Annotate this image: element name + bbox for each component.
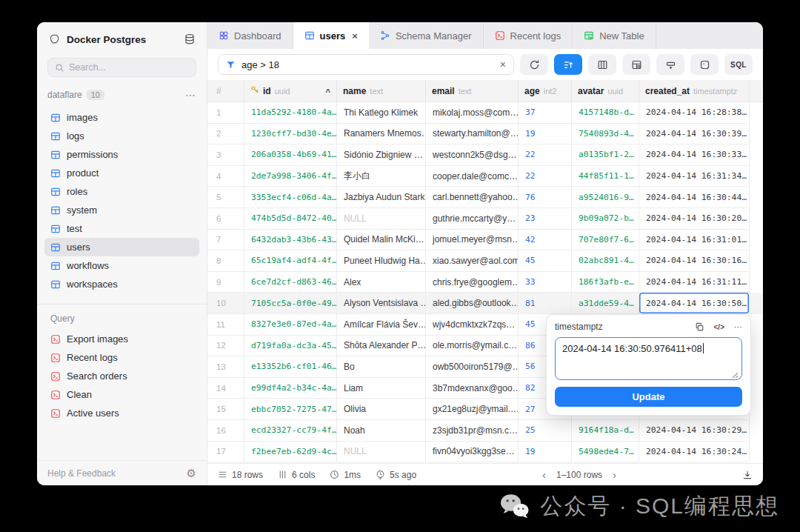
id-cell[interactable]: 7105cc5a-0f0e-49… [244,293,337,314]
row-number-cell[interactable]: 17 [207,442,244,463]
header-avatar[interactable]: avatar uuid [572,80,639,102]
sidebar-query-item[interactable]: Recent logs [44,348,199,367]
schema-row[interactable]: dataflare 10 ⋯ [37,80,207,105]
created-at-cell[interactable]: 2024-04-14 16:31:11… [639,272,750,293]
table-row[interactable]: 9 6ce7d2cf-d863-46… Alex chris.frye@goog… [207,272,763,293]
row-number-cell[interactable]: 12 [207,336,244,357]
email-cell[interactable]: ole.morris@ymail.c… [426,336,519,357]
table-row[interactable]: 4 2de7a998-3406-4f… 李小白 cooper.dale@comc… [207,166,763,187]
age-cell[interactable]: 25 [519,420,572,442]
search-input[interactable]: Search... [47,58,196,77]
email-cell[interactable]: xiao.sawyer@aol.com [426,250,519,272]
created-at-cell[interactable]: 2024-04-14 16:30:39… [639,124,750,145]
row-number-cell[interactable]: 16 [207,420,244,442]
avatar-cell[interactable]: 7540893d-4… [572,124,639,145]
created-at-cell[interactable]: 2024-04-14 16:31:34… [639,166,750,187]
avatar-cell[interactable]: 9164f18a-d… [572,420,639,442]
created-at-cell[interactable]: 2024-04-14 16:30:24… [639,442,750,463]
database-icon[interactable] [183,33,196,46]
email-cell[interactable]: chris.frye@googlem… [426,272,519,293]
created-at-cell[interactable]: 2024-04-14 16:30:16… [639,250,750,272]
export-download-icon[interactable] [742,470,753,480]
sidebar-query-item[interactable]: Active users [44,404,199,422]
avatar-cell[interactable]: a0135bf1-2… [572,144,639,166]
table-row[interactable]: 10 7105cc5a-0f0e-49… Alyson Ventsislava … [207,293,763,314]
settings-gear-icon[interactable]: ⚙ [187,467,196,480]
sidebar-table-item[interactable]: workspaces [44,275,199,293]
age-cell[interactable]: 76 [519,187,572,208]
name-cell[interactable]: Thi Katlego Klimek [337,102,426,124]
code-view-icon[interactable]: </> [714,323,724,331]
sidebar-table-item[interactable]: product [44,164,199,182]
sidebar-table-item[interactable]: roles [44,182,199,201]
age-cell[interactable]: 33 [519,272,572,293]
sidebar-table-item[interactable]: test [44,219,199,238]
age-cell[interactable]: 37 [519,102,572,124]
sidebar-query-item[interactable]: Export images [44,330,199,348]
table-row[interactable]: 2 1230cff7-bd30-4e… Ranamers Mnemos… ste… [207,124,763,145]
refresh-button[interactable] [520,54,548,75]
id-cell[interactable]: e99df4a2-b34c-4a… [244,378,337,399]
row-number-cell[interactable]: 10 [207,293,244,314]
add-row-button[interactable] [656,54,684,75]
row-number-cell[interactable]: 5 [207,187,244,208]
name-cell[interactable]: Jazbiya Audun Stark [337,187,426,208]
avatar-cell[interactable]: 4157148b-d… [572,102,639,124]
sidebar-table-item[interactable]: workflows [44,256,199,275]
email-cell[interactable]: wjv4dcmktxzk7zqs… [426,314,519,336]
name-cell[interactable]: Alyson Ventsislava … [337,293,426,314]
name-cell[interactable]: Amílcar Flávia Šev… [337,314,426,336]
resize-grip-icon[interactable] [732,370,739,376]
sidebar-query-item[interactable]: Search orders [44,367,199,385]
row-number-cell[interactable]: 11 [207,314,244,336]
row-number-cell[interactable]: 14 [207,378,244,399]
help-feedback-link[interactable]: Help & Feedback [47,468,116,479]
tab-users[interactable]: users × [293,22,369,49]
sort-button[interactable] [554,54,582,75]
email-cell[interactable]: gx21eg8uzj@ymail.… [426,399,519,420]
name-cell[interactable]: Ranamers Mnemos… [337,124,426,145]
age-cell[interactable]: 22 [519,166,572,187]
avatar-cell[interactable]: 44f85f11-1… [572,166,639,187]
sidebar-table-item[interactable]: users [44,238,199,256]
table-row[interactable]: 7 6432dab3-43b6-43… Quidel Malin McKi… j… [207,230,763,251]
schema-menu-icon[interactable]: ⋯ [185,89,196,101]
sort-asc-icon[interactable]: ^ [326,87,330,96]
email-cell[interactable]: jomuel.meyer@msn… [426,230,519,251]
created-at-cell[interactable]: 2024-04-14 16:30:33… [639,144,750,166]
created-at-cell[interactable]: 2024-04-14 16:28:38… [639,102,750,124]
next-page-icon[interactable]: › [613,468,616,481]
row-number-cell[interactable]: 2 [207,124,244,145]
id-cell[interactable]: 2de7a998-3406-4f… [244,166,337,187]
name-cell[interactable]: Alex [337,272,426,293]
age-cell[interactable]: 81 [519,293,572,314]
avatar-cell[interactable]: 9b09a072-b… [572,208,639,230]
id-cell[interactable]: 206a0358-4b69-41… [244,144,337,166]
id-cell[interactable]: 11da5292-4180-4a… [244,102,337,124]
tab-new-table[interactable]: New Table [573,22,656,49]
email-cell[interactable]: stewarty.hamilton@… [426,124,519,145]
table-settings-button[interactable] [622,54,650,75]
created-at-cell[interactable]: 2024-04-14 16:31:01… [639,230,750,251]
id-cell[interactable]: 6ce7d2cf-d863-46… [244,272,337,293]
id-cell[interactable]: 3353ecf4-c06d-4a… [244,187,337,208]
created-at-cell[interactable]: 2024-04-14 16:30:44… [639,187,750,208]
sidebar-query-item[interactable]: Clean [44,385,199,404]
id-cell[interactable]: ebbc7052-7275-47… [244,399,337,420]
sidebar-table-item[interactable]: permissions [44,145,199,164]
id-cell[interactable]: e13352b6-cf01-46… [244,356,337,378]
cell-value-textarea[interactable]: 2024-04-14 16:30:50.976411+08 [555,337,742,380]
sql-editor-button[interactable]: SQL [724,54,753,75]
row-number-cell[interactable]: 3 [207,144,244,166]
row-number-cell[interactable]: 7 [207,230,244,251]
name-cell[interactable]: Bo [337,356,426,378]
row-number-cell[interactable]: 1 [207,102,244,124]
row-number-cell[interactable]: 8 [207,250,244,272]
email-cell[interactable]: owb500oiron5179@… [426,356,519,378]
id-cell[interactable]: f2bee7eb-62d9-4c… [244,442,337,463]
name-cell[interactable]: Quidel Malin McKi… [337,230,426,251]
id-cell[interactable]: d719fa0a-dc3a-45… [244,336,337,357]
row-number-cell[interactable]: 13 [207,356,244,378]
email-cell[interactable]: carl.bennett@yahoo… [426,187,519,208]
more-options-icon[interactable]: ⋯ [734,322,742,332]
